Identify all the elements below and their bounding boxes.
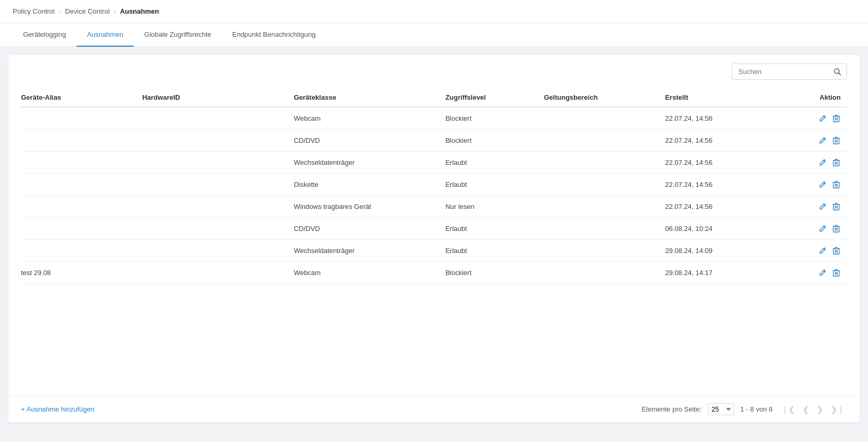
col-header-alias: Geräte-Alias	[21, 88, 142, 107]
cell-alias	[21, 218, 142, 240]
cell-alias	[21, 240, 142, 262]
per-page-label: Elemente pro Seite:	[641, 405, 701, 413]
search-icon-button[interactable]	[833, 68, 842, 76]
tab-endpunkt[interactable]: Endpunkt Benachrichtigung	[222, 23, 326, 47]
cell-access: Erlaubt	[445, 218, 544, 240]
cell-action	[786, 152, 847, 174]
table-row: DisketteErlaubt22.07.24, 14:56	[21, 174, 847, 196]
cell-alias	[21, 130, 142, 152]
cell-hwid	[142, 130, 294, 152]
cell-scope	[544, 196, 665, 218]
cell-action	[786, 262, 847, 284]
table-toolbar	[8, 55, 860, 88]
delete-icon	[833, 159, 840, 166]
action-icons	[786, 180, 841, 190]
edit-button[interactable]	[818, 246, 828, 256]
cell-hwid	[142, 240, 294, 262]
col-header-access: Zugriffslevel	[445, 88, 544, 107]
edit-button[interactable]	[818, 157, 828, 167]
main-content: Geräte-Alias HardwareID Geräteklasse Zug…	[8, 55, 860, 423]
cell-scope	[544, 218, 665, 240]
cell-alias	[21, 152, 142, 174]
delete-button[interactable]	[832, 202, 841, 212]
svg-line-1	[839, 72, 841, 75]
cell-created: 22.07.24, 14:56	[665, 196, 786, 218]
delete-icon	[833, 136, 840, 144]
cell-class: Webcam	[294, 262, 445, 284]
page-last-button[interactable]: ❯❘	[828, 404, 847, 415]
search-input[interactable]	[732, 64, 847, 80]
cell-action	[786, 107, 847, 130]
edit-button[interactable]	[818, 135, 828, 145]
action-icons	[786, 246, 841, 256]
per-page-select[interactable]: 10 25 50 100	[708, 403, 734, 415]
delete-icon	[833, 247, 840, 255]
table-row: CD/DVDBlockiert22.07.24, 14:56	[21, 130, 847, 152]
cell-class: Webcam	[294, 107, 445, 130]
cell-created: 22.07.24, 14:56	[665, 107, 786, 130]
search-container	[732, 64, 847, 80]
cell-class: Diskette	[294, 174, 445, 196]
cell-hwid	[142, 152, 294, 174]
delete-button[interactable]	[832, 268, 841, 278]
col-header-action: Aktion	[786, 88, 847, 107]
cell-class: CD/DVD	[294, 130, 445, 152]
cell-alias	[21, 196, 142, 218]
page-info: 1 - 8 von 8	[741, 405, 773, 413]
table-row: Windows tragbares GerätNur lesen22.07.24…	[21, 196, 847, 218]
table-row: WechseldatenträgerErlaubt22.07.24, 14:56	[21, 152, 847, 174]
delete-icon	[833, 203, 840, 211]
add-exception-button[interactable]: + Ausnahme hinzufügen	[21, 405, 94, 413]
cell-class: Windows tragbares Gerät	[294, 196, 445, 218]
action-icons	[786, 224, 841, 234]
cell-access: Blockiert	[445, 107, 544, 130]
cell-access: Erlaubt	[445, 240, 544, 262]
cell-created: 29.08.24, 14:09	[665, 240, 786, 262]
cell-scope	[544, 174, 665, 196]
delete-button[interactable]	[832, 180, 841, 190]
col-header-created: Erstellt	[665, 88, 786, 107]
action-icons	[786, 113, 841, 123]
cell-action	[786, 174, 847, 196]
cell-action	[786, 130, 847, 152]
breadcrumb-device-control[interactable]: Device Control	[65, 7, 110, 15]
delete-button[interactable]	[832, 246, 841, 256]
action-icons	[786, 157, 841, 167]
edit-icon	[819, 247, 827, 255]
delete-button[interactable]	[832, 224, 841, 234]
edit-button[interactable]	[818, 202, 828, 212]
tab-geraetelogging[interactable]: Gerätelogging	[13, 23, 77, 47]
cell-scope	[544, 107, 665, 130]
cell-access: Blockiert	[445, 262, 544, 284]
breadcrumb: Policy Control › Device Control › Ausnah…	[0, 0, 868, 23]
edit-button[interactable]	[818, 224, 828, 234]
edit-icon	[819, 136, 827, 144]
delete-button[interactable]	[832, 113, 841, 123]
cell-access: Erlaubt	[445, 174, 544, 196]
table-row: CD/DVDErlaubt06.08.24, 10:24	[21, 218, 847, 240]
edit-button[interactable]	[818, 268, 828, 278]
page-next-button[interactable]: ❯	[814, 404, 826, 415]
cell-class: Wechseldatenträger	[294, 240, 445, 262]
delete-icon	[833, 225, 840, 233]
page-first-button[interactable]: ❘❮	[779, 404, 798, 415]
tab-ausnahmen[interactable]: Ausnahmen	[77, 23, 134, 47]
action-icons	[786, 135, 841, 145]
delete-button[interactable]	[832, 135, 841, 145]
edit-button[interactable]	[818, 113, 828, 123]
edit-button[interactable]	[818, 180, 828, 190]
breadcrumb-policy-control[interactable]: Policy Control	[13, 7, 55, 15]
edit-icon	[819, 159, 827, 166]
col-header-scope: Geltungsbereich	[544, 88, 665, 107]
delete-icon	[833, 114, 840, 122]
footer-bar: + Ausnahme hinzufügen Elemente pro Seite…	[8, 395, 860, 423]
tab-globale[interactable]: Globale Zugriffsrechte	[134, 23, 222, 47]
delete-icon	[833, 269, 840, 277]
cell-access: Nur lesen	[445, 196, 544, 218]
action-icons	[786, 268, 841, 278]
delete-button[interactable]	[832, 157, 841, 167]
col-header-hwid: HardwareID	[142, 88, 294, 107]
page-prev-button[interactable]: ❮	[800, 404, 812, 415]
action-icons	[786, 202, 841, 212]
edit-icon	[819, 269, 827, 277]
